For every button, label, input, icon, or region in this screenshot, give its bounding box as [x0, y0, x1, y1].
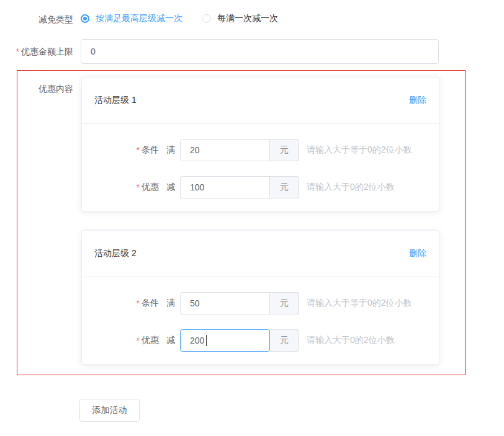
- delete-tier-button[interactable]: 删除: [409, 95, 426, 106]
- discount-amount-input[interactable]: [180, 176, 270, 198]
- discount-content-section: 优惠内容 活动层级 1 删除 *条件 满 元: [17, 70, 466, 375]
- input-hint: 请输入大于等于0的2位小数: [307, 145, 412, 156]
- condition-prefix: 满: [166, 298, 175, 309]
- text-cursor: [206, 335, 207, 346]
- tier-title: 活动层级 2: [94, 248, 137, 259]
- input-hint: 请输入大于等于0的2位小数: [307, 298, 412, 309]
- input-hint: 请输入大于0的2位小数: [307, 182, 395, 193]
- radio-option-highest-tier[interactable]: 按满足最高层级减一次: [81, 13, 182, 24]
- discount-label-text: 优惠: [142, 335, 159, 346]
- unit-yuan-label: 元: [270, 329, 299, 352]
- condition-amount-input[interactable]: [180, 139, 270, 161]
- tier-list: 活动层级 1 删除 *条件 满 元 请输入大于等于0的2位小数: [81, 77, 439, 383]
- input-hint: 请输入大于0的2位小数: [307, 335, 395, 346]
- discount-cap-label-text: 优惠金额上限: [21, 47, 73, 56]
- radio-option-label[interactable]: 按满足最高层级减一次: [96, 13, 182, 24]
- discount-label: *优惠 减: [94, 335, 175, 346]
- discount-cap-input[interactable]: [81, 39, 439, 64]
- tier-card-header: 活动层级 2 删除: [82, 231, 439, 277]
- condition-input-group: 元: [180, 292, 299, 314]
- required-asterisk: *: [137, 298, 140, 308]
- condition-amount-input[interactable]: [180, 292, 270, 314]
- tier-title: 活动层级 1: [94, 95, 137, 106]
- discount-input-group: 元: [180, 329, 299, 352]
- discount-amount-input-focused[interactable]: [180, 329, 270, 352]
- condition-label: *条件 满: [94, 298, 175, 309]
- radio-option-every-time[interactable]: 每满一次减一次: [202, 13, 278, 24]
- discount-input-group: 元: [180, 176, 299, 198]
- promotion-form-page: 减免类型 按满足最高层级减一次 每满一次减一次 *优惠金额上限 优惠内容 活动层…: [0, 0, 504, 436]
- discount-row: *优惠 减 元 请输入大于0的2位小数: [94, 329, 426, 352]
- discount-cap-label: *优惠金额上限: [0, 45, 73, 58]
- condition-row: *条件 满 元 请输入大于等于0的2位小数: [94, 292, 426, 314]
- discount-prefix: 减: [166, 182, 175, 193]
- tier-card-header: 活动层级 1 删除: [82, 78, 439, 124]
- reduction-type-label: 减免类型: [0, 13, 73, 25]
- tier-card-body: *条件 满 元 请输入大于等于0的2位小数 *优惠 减: [82, 124, 439, 211]
- tier-card-body: *条件 满 元 请输入大于等于0的2位小数 *优惠 减: [82, 277, 439, 364]
- add-activity-button[interactable]: 添加活动: [79, 399, 140, 422]
- condition-prefix: 满: [166, 145, 175, 156]
- radio-selected-icon[interactable]: [81, 14, 89, 23]
- discount-label: *优惠 减: [94, 182, 175, 193]
- condition-row: *条件 满 元 请输入大于等于0的2位小数: [94, 139, 426, 161]
- condition-input-group: 元: [180, 139, 299, 161]
- discount-prefix: 减: [166, 335, 175, 346]
- tier-card-1: 活动层级 1 删除 *条件 满 元 请输入大于等于0的2位小数: [81, 77, 439, 211]
- condition-label-text: 条件: [142, 298, 159, 309]
- tier-card-2: 活动层级 2 删除 *条件 满 元 请输入大于等于0的2位小数: [81, 230, 439, 365]
- reduction-type-radio-group: 按满足最高层级减一次 每满一次减一次: [81, 12, 278, 25]
- unit-yuan-label: 元: [270, 292, 299, 314]
- required-asterisk: *: [16, 47, 19, 56]
- discount-label-text: 优惠: [142, 182, 159, 193]
- discount-row: *优惠 减 元 请输入大于0的2位小数: [94, 176, 426, 198]
- discount-content-label: 优惠内容: [17, 82, 73, 95]
- required-asterisk: *: [137, 145, 140, 155]
- unit-yuan-label: 元: [270, 176, 299, 198]
- radio-option-label[interactable]: 每满一次减一次: [217, 13, 278, 24]
- condition-label: *条件 满: [94, 145, 175, 156]
- required-asterisk: *: [137, 336, 140, 345]
- delete-tier-button[interactable]: 删除: [409, 248, 426, 259]
- required-asterisk: *: [137, 182, 140, 192]
- condition-label-text: 条件: [142, 145, 159, 156]
- unit-yuan-label: 元: [270, 139, 299, 161]
- radio-unselected-icon[interactable]: [202, 14, 211, 23]
